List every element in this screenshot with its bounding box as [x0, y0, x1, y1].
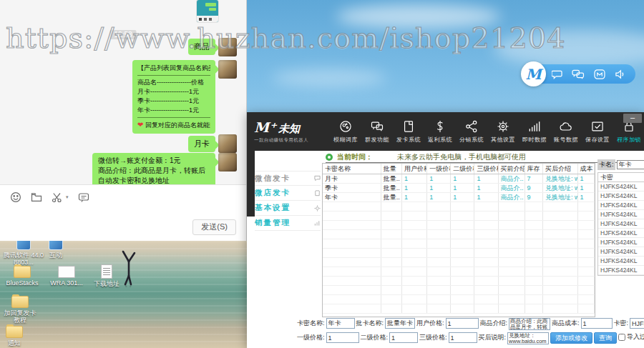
card-key-item[interactable]: HJFKS424KL [598, 238, 644, 247]
table-row[interactable]: 月卡批量..1111商品介..7兑换地址: w...1 [323, 174, 595, 184]
after-sale-note-textarea[interactable]: 兑换地址：www.baidu.com [507, 332, 549, 344]
chat-bubble-icon[interactable] [552, 69, 562, 79]
dedupe-import-label: 导入过滤重复 [627, 332, 644, 342]
toolbar-item-other-settings[interactable]: 其他设置 [487, 119, 519, 144]
user-price-input[interactable] [446, 318, 479, 329]
card-name-input[interactable] [326, 318, 355, 329]
avatar[interactable] [218, 134, 237, 153]
share-icon [464, 119, 479, 134]
robot-logo-icon[interactable]: M [521, 61, 546, 86]
desktop-icon-label: WRA 301... [44, 279, 89, 287]
product-list-footer: 回复对应的商品名就能购买 [145, 121, 210, 129]
table-cell: 兑换地址: w... [543, 184, 578, 192]
table-cell: 批量.. [381, 174, 402, 183]
folder-icon [11, 296, 29, 308]
column-header[interactable]: 一级价格 [427, 164, 451, 174]
chat-message-payment-info[interactable]: 微信转→账支付金额：1元 商品介绍：此商品是月卡，转账后自动发卡密和兑换地址 [92, 153, 215, 189]
send-button[interactable]: 发送(S) [192, 219, 236, 235]
chat-message-product-list[interactable]: 【产品列表回复商品名购买】 商品名----------------价格 月卡--… [132, 60, 215, 134]
field-label: 三级价格: [419, 332, 447, 343]
broadcast-bubbles-icon [370, 119, 384, 134]
sidebar-item-basic-settings[interactable]: 基本设置 [255, 201, 321, 216]
payment-line: 商品介绍：此商品是月卡，转账后自动发卡密和兑换地址 [98, 166, 210, 186]
column-header[interactable]: 二级价格 [451, 164, 474, 174]
field-label: 用户价格: [416, 318, 444, 329]
column-header[interactable]: 买后介绍 [543, 164, 578, 174]
screenshot-scissors-icon[interactable] [52, 192, 63, 203]
notice-icon [326, 154, 333, 161]
desktop-icon[interactable]: 下载地址 [89, 264, 125, 287]
card-name-filter-input[interactable] [617, 160, 644, 169]
toolbar-item-distribution[interactable]: 分销系统 [456, 119, 487, 144]
bar-chart-icon [527, 119, 542, 134]
card-key-item[interactable]: HJFKS424KL [598, 247, 644, 257]
avatar[interactable] [218, 153, 237, 171]
level2-price-input[interactable] [389, 332, 418, 343]
card-key-item[interactable]: HJFKS424KL [598, 192, 644, 201]
column-header[interactable]: 用户价格 [402, 164, 427, 174]
divider [137, 75, 210, 76]
toolbar-item-account-data[interactable]: 账号数据 [550, 119, 582, 144]
column-header[interactable]: 库存 [525, 164, 543, 174]
column-header[interactable]: 批量 [381, 164, 402, 174]
card-key-item[interactable]: HJFKS424KL [598, 219, 644, 229]
desktop-icon[interactable]: WRA 301... [44, 266, 89, 287]
card-key-item[interactable]: HJFKS424KL [598, 201, 644, 210]
card-key-item[interactable]: HJFKS424KL [598, 182, 644, 192]
table-row[interactable]: 年卡批量..1111商品介..9兑换地址: w...1 [323, 193, 595, 202]
toolbar-item-card-system[interactable]: 发卡系统 [393, 119, 424, 144]
table-cell: 1 [427, 174, 451, 183]
table-row[interactable]: 季卡批量..1111商品介..9兑换地址: w...1 [323, 184, 595, 193]
emoji-icon[interactable] [10, 192, 21, 203]
scissors-dropdown-caret[interactable]: ▾ [66, 194, 69, 200]
card-key-item[interactable]: HJFKS424KL [598, 229, 644, 238]
toolbar-item-realtime-data[interactable]: 即时数据 [519, 119, 550, 144]
minimize-button[interactable]: – [623, 114, 642, 123]
card-key-panel: 卡名: 卡密 HJFKS424KLHJFKS424KLHJFKS424KLHJF… [597, 159, 644, 276]
robot-float-bar[interactable]: M [521, 62, 635, 86]
dedupe-import-checkbox[interactable] [618, 334, 625, 341]
chat-input-area[interactable]: ▾ 发送(S) [0, 184, 246, 241]
sidebar-item-sales-management[interactable]: 销量管理 [255, 216, 321, 231]
product-intro-textarea[interactable]: 商品介绍：此商品是月卡，转账后自动发卡密和兑换地址 [509, 318, 550, 330]
speaker-icon[interactable] [615, 69, 625, 79]
column-header[interactable]: 卡密名称 [323, 164, 381, 174]
avatar[interactable] [218, 60, 237, 79]
sidebar-item-weidian-card[interactable]: 微店发卡 [255, 186, 321, 201]
card-key-input[interactable] [630, 318, 644, 329]
desktop-icon[interactable]: 通知 [0, 326, 29, 347]
toolbar-item-broadcast[interactable]: 群发功能 [361, 119, 393, 144]
toolbar-item-save-settings[interactable]: 保存设置 [582, 119, 613, 144]
card-key-item[interactable]: HJFKS424KL [598, 257, 644, 266]
query-button[interactable]: 查询 [594, 332, 617, 344]
card-key-item[interactable]: HJFKS424KL [598, 266, 644, 275]
desktop-icon[interactable]: 加回复发卡 教程 [0, 296, 40, 324]
level1-price-input[interactable] [326, 332, 359, 343]
avatar[interactable] [218, 38, 237, 56]
m-badge-icon[interactable] [594, 69, 605, 79]
field-label: 批卡名称: [356, 318, 384, 329]
folder-icon [6, 326, 23, 338]
batch-name-input[interactable] [385, 318, 415, 329]
toolbar-item-app-lock[interactable]: 程序加锁 [613, 119, 644, 144]
column-header[interactable]: 买前介绍 [499, 164, 525, 174]
chat-image-message[interactable] [197, 0, 218, 22]
product-cost-input[interactable] [581, 318, 613, 329]
field-label: 商品介绍: [480, 318, 508, 329]
table-empty-row [323, 221, 595, 230]
desktop-icon[interactable]: BlueStacks [0, 266, 44, 287]
group-bubbles-icon[interactable] [572, 69, 585, 79]
column-header[interactable]: 成本 [578, 164, 595, 174]
chat-history-icon[interactable] [78, 192, 89, 203]
chat-message-keyword[interactable]: 商品 [188, 39, 215, 55]
level3-price-input[interactable] [449, 332, 477, 343]
toolbar-item-rebate-system[interactable]: 返利系统 [424, 119, 456, 144]
add-or-modify-button[interactable]: 添加或修改 [550, 332, 592, 344]
card-key-item[interactable]: HJFKS424KL [598, 210, 644, 219]
toolbar-item-lexicon[interactable]: 模糊词库 [330, 119, 361, 144]
send-file-icon[interactable] [31, 192, 42, 202]
sidebar-item-wechat-card[interactable]: 微信发卡 [255, 171, 321, 186]
chat-message-keyword[interactable]: 月卡 [188, 136, 215, 152]
card-key-column-header: 卡密 [598, 173, 644, 182]
column-header[interactable]: 三级价格 [474, 164, 498, 174]
